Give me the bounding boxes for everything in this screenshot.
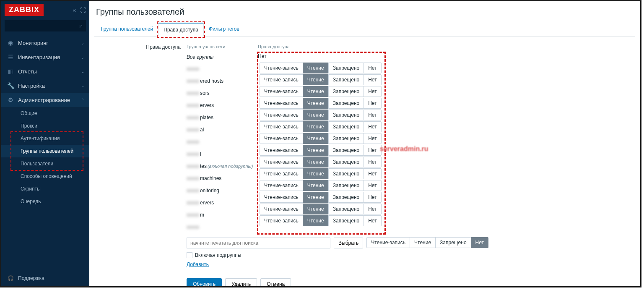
perm-none-button[interactable]: Нет: [364, 180, 381, 191]
perm-none-button[interactable]: Нет: [471, 237, 488, 248]
fullscreen-icon[interactable]: ⛶: [80, 7, 86, 13]
perm-r-button[interactable]: Чтение: [303, 204, 329, 214]
permission-selector: Чтение-записьЧтениеЗапрещеноНет: [260, 86, 382, 97]
permission-selector: Чтение-записьЧтениеЗапрещеноНет: [260, 180, 382, 191]
sidebar: ZABBIX « ⛶ ⌕ ◉ Мониторинг ⌄ ☰ Инвентариз…: [1, 1, 89, 286]
perm-rw-button[interactable]: Чтение-запись: [260, 74, 303, 85]
add-link[interactable]: Добавить: [187, 261, 209, 267]
perm-deny-button[interactable]: Запрещено: [328, 110, 364, 120]
perm-none-button[interactable]: Нет: [364, 157, 381, 167]
collapse-icon[interactable]: «: [73, 7, 76, 13]
perm-none-button[interactable]: Нет: [364, 98, 381, 109]
all-groups-value: Нет: [258, 52, 383, 61]
perm-deny-button[interactable]: Запрещено: [328, 157, 364, 167]
include-subgroups-checkbox[interactable]: [187, 252, 192, 258]
chevron-down-icon: ⌄: [81, 69, 84, 74]
perm-r-button[interactable]: Чтение: [303, 180, 329, 191]
perm-r-button[interactable]: Чтение: [303, 157, 329, 167]
perm-none-button[interactable]: Нет: [364, 74, 381, 85]
sub-users[interactable]: Пользователи: [1, 157, 89, 170]
perm-deny-button[interactable]: Запрещено: [328, 63, 364, 73]
perm-deny-button[interactable]: Запрещено: [328, 168, 364, 179]
perm-deny-button[interactable]: Запрещено: [328, 145, 364, 156]
perm-rw-button[interactable]: Чтение-запись: [260, 121, 303, 132]
delete-button[interactable]: Удалить: [225, 278, 257, 286]
perm-none-button[interactable]: Нет: [364, 192, 381, 203]
perm-r-button[interactable]: Чтение: [303, 74, 329, 85]
cancel-button[interactable]: Отмена: [260, 278, 291, 286]
tab-tagfilter[interactable]: Фильтр тегов: [204, 23, 244, 36]
nav-admin[interactable]: ⚙ Администрирование ⌃: [1, 93, 89, 107]
perm-none-button[interactable]: Нет: [364, 168, 381, 179]
perm-rw-button[interactable]: Чтение-запись: [260, 63, 303, 73]
perm-r-button[interactable]: Чтение: [303, 110, 329, 120]
perm-r-button[interactable]: Чтение: [303, 168, 329, 179]
perm-deny-button[interactable]: Запрещено: [328, 133, 364, 144]
perm-none-button[interactable]: Нет: [364, 133, 381, 144]
nav-config[interactable]: 🔧 Настройка ⌄: [1, 78, 89, 93]
perm-deny-button[interactable]: Запрещено: [328, 74, 364, 85]
perm-deny-button[interactable]: Запрещено: [328, 121, 364, 132]
perm-none-button[interactable]: Нет: [364, 145, 381, 156]
sub-queue[interactable]: Очередь: [1, 195, 89, 208]
perm-rw-button[interactable]: Чтение-запись: [260, 110, 303, 120]
perm-rw-button[interactable]: Чтение-запись: [366, 237, 410, 248]
perm-rw-button[interactable]: Чтение-запись: [260, 98, 303, 109]
perm-rw-button[interactable]: Чтение-запись: [260, 204, 303, 214]
perm-none-button[interactable]: Нет: [364, 204, 381, 214]
perm-rw-button[interactable]: Чтение-запись: [260, 157, 303, 167]
update-button[interactable]: Обновить: [187, 278, 222, 286]
perm-deny-button[interactable]: Запрещено: [328, 86, 364, 97]
hostgroup-search-input[interactable]: [187, 238, 330, 248]
support-link[interactable]: 🎧 Поддержка: [1, 270, 89, 286]
perm-r-button[interactable]: Чтение: [303, 121, 329, 132]
tab-permissions[interactable]: Права доступа: [158, 23, 204, 37]
perm-rw-button[interactable]: Чтение-запись: [260, 215, 303, 226]
search-icon[interactable]: ⌕: [79, 22, 83, 29]
perm-rw-button[interactable]: Чтение-запись: [260, 145, 303, 156]
perm-rw-button[interactable]: Чтение-запись: [260, 133, 303, 144]
sub-scripts[interactable]: Скрипты: [1, 183, 89, 195]
perm-r-button[interactable]: Чтение: [303, 98, 329, 109]
perm-rw-button[interactable]: Чтение-запись: [260, 180, 303, 191]
perm-r-button[interactable]: Чтение: [303, 133, 329, 144]
perm-rw-button[interactable]: Чтение-запись: [260, 192, 303, 203]
perm-rw-button[interactable]: Чтение-запись: [260, 86, 303, 97]
perm-none-button[interactable]: Нет: [364, 121, 381, 132]
perm-none-button[interactable]: Нет: [364, 86, 381, 97]
perm-deny-button[interactable]: Запрещено: [328, 204, 364, 214]
perm-none-button[interactable]: Нет: [364, 215, 381, 226]
nav-reports[interactable]: ▥ Отчеты ⌄: [1, 64, 89, 78]
perm-deny-button[interactable]: Запрещено: [328, 180, 364, 191]
perm-r-button[interactable]: Чтение: [303, 86, 329, 97]
perm-none-button[interactable]: Нет: [364, 110, 381, 120]
permission-selector: Чтение-записьЧтениеЗапрещеноНет: [260, 168, 382, 179]
sub-media[interactable]: Способы оповещений: [1, 170, 89, 183]
nav-monitoring[interactable]: ◉ Мониторинг ⌄: [1, 36, 89, 50]
hostgroup-name: xxxxx: [187, 63, 258, 75]
tab-usergroup[interactable]: Группа пользователей: [96, 23, 158, 36]
perm-deny-button[interactable]: Запрещено: [328, 215, 364, 226]
perm-deny-button[interactable]: Запрещено: [328, 98, 364, 109]
chevron-down-icon: ⌄: [81, 84, 84, 88]
sub-auth[interactable]: Аутентификация: [1, 132, 89, 145]
sidebar-search-input[interactable]: [5, 20, 86, 31]
perm-r-button[interactable]: Чтение: [410, 237, 436, 248]
hostgroup-name: xxxxx: [187, 136, 258, 148]
sub-general[interactable]: Общие: [1, 107, 89, 120]
nav-inventory[interactable]: ☰ Инвентаризация ⌄: [1, 50, 89, 64]
perm-rw-button[interactable]: Чтение-запись: [260, 168, 303, 179]
perm-deny-button[interactable]: Запрещено: [435, 237, 471, 248]
perm-r-button[interactable]: Чтение: [303, 63, 329, 73]
perm-r-button[interactable]: Чтение: [303, 192, 329, 203]
select-button[interactable]: Выбрать: [334, 238, 363, 248]
hostgroup-name: xxxxxplates: [187, 111, 258, 123]
perm-r-button[interactable]: Чтение: [303, 145, 329, 156]
perm-deny-button[interactable]: Запрещено: [328, 192, 364, 203]
main-content: Группы пользователей Группа пользователе…: [89, 1, 640, 286]
perm-r-button[interactable]: Чтение: [303, 215, 329, 226]
sub-usergroups[interactable]: Группы пользователей: [1, 145, 89, 157]
nav-label: Инвентаризация: [18, 54, 60, 60]
sub-proxy[interactable]: Прокси: [1, 120, 89, 132]
perm-none-button[interactable]: Нет: [364, 63, 381, 73]
